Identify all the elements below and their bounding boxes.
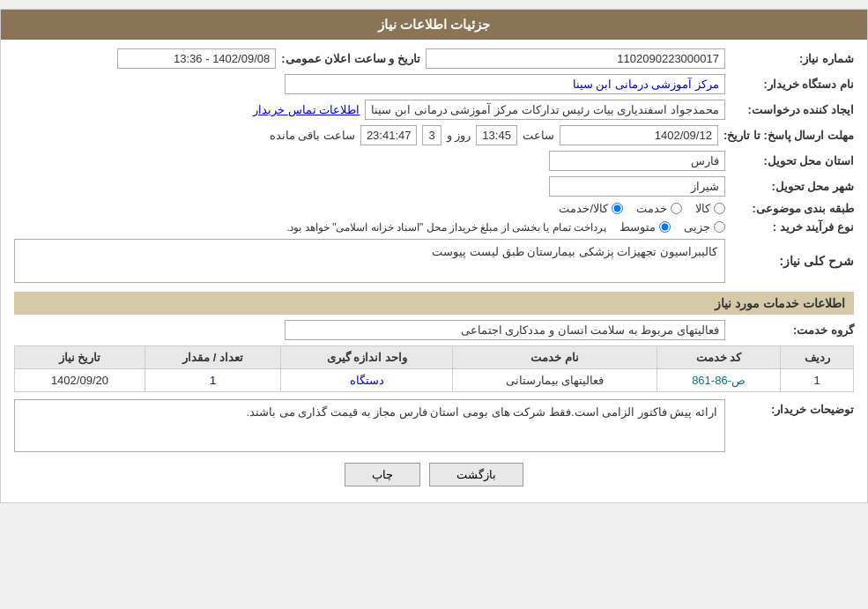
announcement-label: تاریخ و ساعت اعلان عمومی: xyxy=(281,52,420,65)
tabaqe-label: طبقه بندی موضوعی: xyxy=(731,202,854,215)
tabaqe-kala-radio[interactable] xyxy=(714,203,725,214)
td-radif: 1 xyxy=(781,369,854,392)
th-radif: ردیف xyxy=(781,346,854,369)
mohlat-label: مهلت ارسال پاسخ: تا تاریخ: xyxy=(723,129,854,142)
remaining-value: 23:41:47 xyxy=(360,125,418,145)
page-header: جزئیات اطلاعات نیاز xyxy=(1,10,867,40)
shomare-niaz-row: شماره نیاز: 1102090223000017 تاریخ و ساع… xyxy=(14,48,854,69)
ostan-label: استان محل تحویل: xyxy=(731,154,854,167)
etelaat-tamas-link[interactable]: اطلاعات تماس خریدار xyxy=(253,103,360,116)
noe-farayand-label: نوع فرآیند خرید : xyxy=(731,220,854,234)
content-area: شماره نیاز: 1102090223000017 تاریخ و ساع… xyxy=(1,40,867,502)
jozee-label: جزیی xyxy=(684,220,710,234)
th-nam: نام خدمت xyxy=(453,346,657,369)
mottavaset-radio[interactable] xyxy=(659,221,671,233)
tabaqe-khedmat-radio[interactable] xyxy=(671,203,682,214)
nam-dastgah-label: نام دستگاه خریدار: xyxy=(731,78,854,91)
tabaqe-kala-khedmat-item[interactable]: کالا/خدمت xyxy=(559,202,623,215)
noe-farayand-note: پرداخت تمام یا بخشی از مبلغ خریداز محل "… xyxy=(286,221,606,234)
shahr-row: شهر محل تحویل: شیراز xyxy=(14,176,854,197)
roz-label: روز و xyxy=(447,129,471,142)
announcement-value: 1402/09/08 - 13:36 xyxy=(117,48,276,69)
button-row: بازگشت چاپ xyxy=(14,463,854,486)
saat-label: ساعت xyxy=(523,129,554,142)
tabaqe-kala-khedmat-label: کالا/خدمت xyxy=(559,202,608,215)
mohlat-row: مهلت ارسال پاسخ: تا تاریخ: 1402/09/12 سا… xyxy=(14,125,854,145)
grohe-khedmat-row: گروه خدمت: فعالیتهای مربوط به سلامت انسا… xyxy=(14,320,854,340)
mottavaset-item[interactable]: متوسط xyxy=(619,220,671,234)
th-tedad: تعداد / مقدار xyxy=(145,346,281,369)
shahr-label: شهر محل تحویل: xyxy=(731,180,854,193)
jozee-radio[interactable] xyxy=(714,221,725,233)
sharh-kolli-value: کالیبراسیون تجهیزات پزشکی بیمارستان طبق … xyxy=(14,239,725,283)
tozihat-value: ارائه پیش فاکتور الزامی است.فقط شرکت های… xyxy=(14,399,725,452)
td-kod: ص-86-861 xyxy=(657,369,780,392)
page-title: جزئیات اطلاعات نیاز xyxy=(378,17,490,32)
ijad-konande-value: محمدجواد اسفندیاری بیات رئیس تدارکات مرک… xyxy=(365,100,725,120)
grohe-khedmat-value: فعالیتهای مربوط به سلامت انسان و مددکاری… xyxy=(285,320,725,340)
ostan-value: فارس xyxy=(549,151,725,171)
khadamat-header: اطلاعات خدمات مورد نیاز xyxy=(14,292,854,315)
bazgasht-button[interactable]: بازگشت xyxy=(429,463,523,486)
saat-value: 13:45 xyxy=(476,125,517,145)
table-header-row: ردیف کد خدمت نام خدمت واحد اندازه گیری ت… xyxy=(15,346,854,369)
ijad-konande-row: ایجاد کننده درخواست: محمدجواد اسفندیاری … xyxy=(14,100,854,120)
page-wrapper: جزئیات اطلاعات نیاز شماره نیاز: 11020902… xyxy=(0,9,868,503)
tozihat-label: توضیحات خریدار: xyxy=(731,399,854,416)
sharh-kolli-section: شرح کلی نیاز: کالیبراسیون تجهیزات پزشکی … xyxy=(14,239,854,283)
tabaqe-khedmat-label: خدمت xyxy=(636,202,667,215)
jozee-item[interactable]: جزیی xyxy=(684,220,725,234)
remaining-label: ساعت باقی مانده xyxy=(270,129,355,142)
td-tarikh: 1402/09/20 xyxy=(15,369,145,392)
roz-value: 3 xyxy=(422,125,441,145)
th-vahed: واحد اندازه گیری xyxy=(281,346,453,369)
tabaqe-kala-item[interactable]: کالا xyxy=(695,202,725,215)
tabaqe-kala-label: کالا xyxy=(695,202,710,215)
tabaqe-khedmat-item[interactable]: خدمت xyxy=(636,202,682,215)
tabaqe-kala-khedmat-radio[interactable] xyxy=(612,203,623,214)
mottavaset-label: متوسط xyxy=(619,220,656,234)
nam-dastgah-value: مرکز آموزشی درمانی ابن سینا xyxy=(285,74,725,94)
ostan-row: استان محل تحویل: فارس xyxy=(14,151,854,171)
noe-farayand-radio-group: جزیی متوسط پرداخت تمام یا بخشی از مبلغ خ… xyxy=(286,220,725,234)
nam-dastgah-row: نام دستگاه خریدار: مرکز آموزشی درمانی اب… xyxy=(14,74,854,94)
tabaqe-row: طبقه بندی موضوعی: کالا خدمت کالا/خدمت xyxy=(14,202,854,215)
td-tedad: 1 xyxy=(145,369,281,392)
th-kod: کد خدمت xyxy=(657,346,780,369)
shomare-niaz-value: 1102090223000017 xyxy=(426,48,725,69)
ijad-konande-label: ایجاد کننده درخواست: xyxy=(731,103,854,116)
shahr-value: شیراز xyxy=(549,176,725,197)
sharh-kolli-label: شرح کلی نیاز: xyxy=(731,254,854,268)
noe-farayand-row: نوع فرآیند خرید : جزیی متوسط پرداخت تمام… xyxy=(14,220,854,234)
service-table: ردیف کد خدمت نام خدمت واحد اندازه گیری ت… xyxy=(14,345,854,392)
chap-button[interactable]: چاپ xyxy=(345,463,420,486)
tabaqe-radio-group: کالا خدمت کالا/خدمت xyxy=(559,202,725,215)
grohe-khedmat-label: گروه خدمت: xyxy=(731,323,854,337)
mohlat-date: 1402/09/12 xyxy=(560,125,718,145)
table-row: 1 ص-86-861 فعالیتهای بیمارستانی دستگاه 1… xyxy=(15,369,854,392)
shomare-niaz-label: شماره نیاز: xyxy=(731,52,854,65)
th-tarikh: تاریخ نیاز xyxy=(15,346,145,369)
td-nam: فعالیتهای بیمارستانی xyxy=(453,369,657,392)
td-vahed: دستگاه xyxy=(281,369,453,392)
tozihat-row: توضیحات خریدار: ارائه پیش فاکتور الزامی … xyxy=(14,399,854,452)
